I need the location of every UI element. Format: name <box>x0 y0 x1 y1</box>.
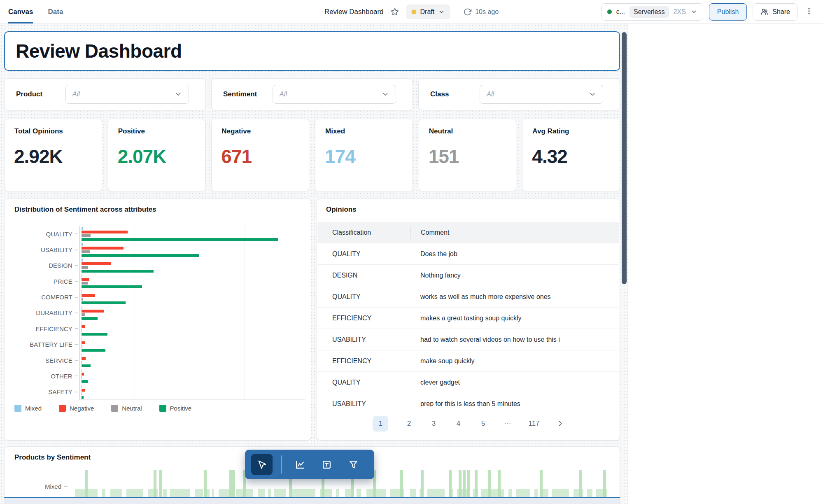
filter-select-class[interactable]: All <box>480 85 603 104</box>
bar-positive <box>82 349 105 352</box>
chevron-down-icon <box>175 91 182 98</box>
sentiment-distribution-chart-card[interactable]: Distribution of Sentiment across attribu… <box>4 198 311 441</box>
page-button-1[interactable]: 1 <box>373 416 388 432</box>
editor-tabs: Canvas Data <box>8 0 63 23</box>
document-title[interactable]: Review Dashboard <box>324 8 384 16</box>
select-cursor-tool-button[interactable] <box>251 454 273 475</box>
page-button-3[interactable]: 3 <box>429 420 438 428</box>
category-label: OTHER <box>10 373 72 380</box>
legend-chip <box>111 405 118 412</box>
legend-chip <box>14 405 21 412</box>
cell-comment: Nothing fancy <box>410 272 619 279</box>
add-text-tool-button[interactable] <box>317 455 336 474</box>
barcode-spike <box>159 470 162 498</box>
share-button[interactable]: Share <box>753 3 797 21</box>
filter-label: Product <box>16 90 65 98</box>
barcode-spike <box>498 470 501 498</box>
tick-mark <box>75 376 78 376</box>
bar-positive <box>82 270 154 273</box>
page-button-5[interactable]: 5 <box>479 420 487 428</box>
star-icon[interactable] <box>390 7 400 16</box>
status-dot-icon <box>412 9 417 14</box>
barcode-segment <box>410 489 416 498</box>
chart-category-row: OTHER <box>10 368 305 384</box>
publish-button[interactable]: Publish <box>709 3 747 21</box>
filter-select-sentiment[interactable]: All <box>273 85 396 104</box>
refresh-control[interactable]: 10s ago <box>463 8 499 16</box>
cell-comment: make soup quickly <box>410 357 619 365</box>
users-icon <box>760 7 769 16</box>
legend-item-mixed: Mixed <box>14 405 42 412</box>
chart-category-row: QUALITY <box>10 226 305 242</box>
legend-chip <box>159 405 166 412</box>
bar-group-comfort <box>82 290 305 304</box>
chevron-down-icon <box>589 91 596 98</box>
bar-negative <box>82 294 96 297</box>
barcode-spike <box>400 470 403 498</box>
bar-group-battery-life <box>82 338 305 352</box>
tab-canvas[interactable]: Canvas <box>8 0 33 23</box>
bar-negative <box>82 278 89 281</box>
bar-positive <box>82 254 199 257</box>
chart-category-row: SAFETY <box>10 384 305 400</box>
bar-positive <box>82 301 126 304</box>
bar-neutral <box>82 250 90 253</box>
bar-neutral <box>82 282 88 285</box>
add-filter-tool-button[interactable] <box>344 455 362 474</box>
status-dropdown[interactable]: Draft <box>406 5 450 19</box>
kpi-label: Positive <box>108 119 205 135</box>
category-label: DESIGN <box>10 262 72 269</box>
kpi-row: Total Opinions2.92KPositive2.07KNegative… <box>4 119 620 192</box>
compute-status-dot-icon <box>607 9 612 14</box>
legend-item-neutral: Neutral <box>111 405 142 412</box>
share-label: Share <box>772 8 790 16</box>
chart-category-row: BATTERY LIFE <box>10 337 305 352</box>
barcode-segment <box>170 489 190 498</box>
kpi-label: Mixed <box>315 119 413 135</box>
chevron-down-icon <box>690 8 697 15</box>
compute-size: 2XS <box>674 8 686 16</box>
kpi-card-avg-rating: Avg Rating4.32 <box>522 119 620 192</box>
cell-comment: works as well as much more expensive one… <box>410 293 619 301</box>
barcode-spike <box>85 470 88 498</box>
bar-group-usability <box>82 243 305 257</box>
bar-mixed <box>82 227 83 230</box>
title-card[interactable]: Review Dashboard <box>4 31 620 71</box>
tick-mark <box>75 328 78 329</box>
barcode-segment <box>195 489 203 498</box>
scrollbar-thumb[interactable] <box>622 32 627 284</box>
legend-item-positive: Positive <box>159 405 192 412</box>
bar-mixed <box>82 385 82 388</box>
more-options-kebab-icon[interactable] <box>803 7 815 17</box>
add-chart-tool-button[interactable] <box>291 455 309 474</box>
chart-title: Distribution of Sentiment across attribu… <box>14 205 156 214</box>
tick-mark <box>75 297 78 298</box>
bar-neutral <box>82 345 82 348</box>
table-row: QUALITYDoes the job <box>317 243 619 265</box>
bar-negative <box>82 325 85 328</box>
page-button-2[interactable]: 2 <box>405 420 413 428</box>
kpi-value: 174 <box>315 135 413 168</box>
opinions-table-card[interactable]: Opinions Classification Comment QUALITYD… <box>317 198 620 441</box>
tick-mark <box>75 313 78 313</box>
row-label-mixed: Mixed <box>45 483 68 490</box>
next-page-button[interactable] <box>556 420 564 427</box>
filter-select-product[interactable]: All <box>65 85 189 104</box>
compute-selector[interactable]: c... Serverless 2XS <box>602 3 703 21</box>
kpi-value: 151 <box>419 135 516 168</box>
bar-negative <box>82 373 84 376</box>
kpi-card-total-opinions: Total Opinions2.92K <box>4 119 102 192</box>
category-label: PRICE <box>10 278 72 285</box>
barcode-spike <box>232 470 235 498</box>
bar-neutral <box>82 376 82 379</box>
page-button-117[interactable]: 117 <box>528 420 539 428</box>
bar-neutral <box>82 266 88 269</box>
barcode-spike <box>463 470 466 498</box>
chart-category-row: DESIGN <box>10 258 305 273</box>
cell-comment: Does the job <box>410 250 619 258</box>
tab-data[interactable]: Data <box>48 0 63 23</box>
cell-classification: QUALITY <box>317 293 410 301</box>
bar-negative <box>82 341 85 344</box>
page-button-4[interactable]: 4 <box>454 420 462 428</box>
cell-classification: USABILITY <box>317 336 410 343</box>
